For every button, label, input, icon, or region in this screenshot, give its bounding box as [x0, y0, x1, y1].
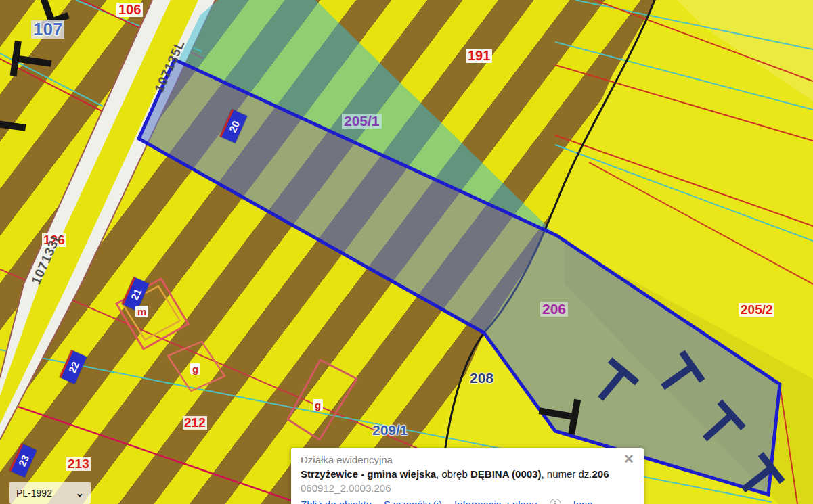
- crs-value: PL-1992: [16, 488, 52, 499]
- building-label-m: m: [135, 306, 148, 317]
- parcel-label-212: 212: [183, 416, 207, 430]
- sep-number: , numer dz.: [541, 468, 592, 480]
- parcel-teryt-id: 060912_2.0003.206: [301, 482, 634, 494]
- building-label-g2: g: [313, 399, 323, 411]
- district-name: DĘBINA (0003): [470, 468, 541, 480]
- building-label-g1: g: [190, 363, 200, 375]
- popup-links-row: Zbliż do obiektu Szczegóły (i) Informacj…: [301, 499, 634, 504]
- crs-selector[interactable]: PL-1992 ⌄: [9, 482, 91, 504]
- drainage-symbol: [0, 105, 28, 145]
- info-icon[interactable]: i: [550, 499, 561, 504]
- chevron-down-icon: ⌄: [75, 487, 84, 499]
- parcel-label-206: 206: [540, 302, 568, 317]
- details-link[interactable]: Szczegóły (i): [384, 499, 442, 504]
- parcel-label-191: 191: [466, 49, 492, 63]
- feature-info-popup: Działka ewidencyjna ✕ Strzyżewice - gmin…: [291, 448, 644, 504]
- parcel-label-107: 107: [31, 20, 64, 39]
- parcel-label-213: 213: [66, 457, 91, 471]
- commune-name: Strzyżewice - gmina wiejska: [301, 468, 436, 480]
- popup-title: Działka ewidencyjna: [301, 454, 393, 465]
- parcel-description: Strzyżewice - gmina wiejska, obręb DĘBIN…: [301, 468, 634, 480]
- other-link[interactable]: Inne: [573, 499, 593, 504]
- zoom-to-object-link[interactable]: Zbliż do obiektu: [301, 499, 372, 504]
- parcel-label-208: 208: [470, 371, 493, 386]
- map-canvas[interactable]: 106 107 191 126 205/1 205/2 206 208 209/…: [0, 0, 813, 504]
- plan-info-link[interactable]: Informacja z planu: [454, 499, 537, 504]
- parcel-label-209-1: 209/1: [372, 423, 408, 438]
- parcel-label-106: 106: [116, 3, 143, 17]
- parcel-label-205-2: 205/2: [739, 303, 774, 317]
- sep-obreb: , obręb: [436, 468, 470, 480]
- parcel-number: 206: [592, 468, 609, 480]
- close-icon[interactable]: ✕: [623, 454, 634, 465]
- parcel-label-205-1: 205/1: [342, 114, 382, 129]
